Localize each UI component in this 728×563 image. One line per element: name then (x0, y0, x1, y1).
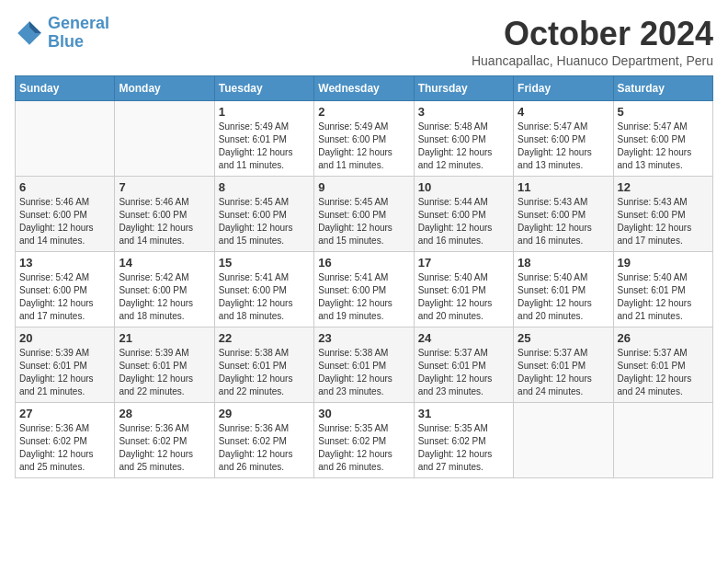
day-cell: 31Sunrise: 5:35 AM Sunset: 6:02 PM Dayli… (414, 403, 513, 478)
day-info: Sunrise: 5:39 AM Sunset: 6:01 PM Dayligh… (19, 347, 110, 398)
week-row-5: 27Sunrise: 5:36 AM Sunset: 6:02 PM Dayli… (16, 403, 713, 478)
weekday-header-wednesday: Wednesday (314, 76, 414, 101)
day-info: Sunrise: 5:47 AM Sunset: 6:00 PM Dayligh… (618, 121, 709, 172)
day-cell: 27Sunrise: 5:36 AM Sunset: 6:02 PM Dayli… (16, 403, 115, 478)
day-info: Sunrise: 5:36 AM Sunset: 6:02 PM Dayligh… (219, 422, 310, 474)
day-number: 23 (318, 331, 409, 345)
day-number: 17 (418, 256, 509, 270)
day-cell (613, 403, 712, 478)
day-cell: 28Sunrise: 5:36 AM Sunset: 6:02 PM Dayli… (115, 403, 214, 478)
week-row-3: 13Sunrise: 5:42 AM Sunset: 6:00 PM Dayli… (16, 252, 713, 327)
day-cell: 2Sunrise: 5:49 AM Sunset: 6:00 PM Daylig… (314, 101, 414, 177)
day-number: 12 (618, 180, 709, 194)
day-number: 21 (119, 331, 210, 345)
day-cell (514, 403, 613, 478)
day-cell: 11Sunrise: 5:43 AM Sunset: 6:00 PM Dayli… (514, 177, 613, 252)
title-block: October 2024 Huancapallac, Huanuco Depar… (472, 15, 713, 68)
day-info: Sunrise: 5:43 AM Sunset: 6:00 PM Dayligh… (518, 196, 609, 247)
day-cell: 23Sunrise: 5:38 AM Sunset: 6:01 PM Dayli… (314, 327, 414, 403)
day-cell: 19Sunrise: 5:40 AM Sunset: 6:01 PM Dayli… (613, 252, 712, 327)
day-info: Sunrise: 5:38 AM Sunset: 6:01 PM Dayligh… (219, 347, 310, 398)
day-info: Sunrise: 5:35 AM Sunset: 6:02 PM Dayligh… (318, 422, 409, 474)
day-number: 29 (219, 407, 310, 420)
day-info: Sunrise: 5:39 AM Sunset: 6:01 PM Dayligh… (119, 347, 210, 398)
day-number: 3 (418, 105, 509, 119)
day-cell: 13Sunrise: 5:42 AM Sunset: 6:00 PM Dayli… (16, 252, 115, 327)
day-cell: 12Sunrise: 5:43 AM Sunset: 6:00 PM Dayli… (613, 177, 712, 252)
day-number: 1 (219, 105, 310, 119)
weekday-header-friday: Friday (514, 76, 613, 101)
day-cell: 20Sunrise: 5:39 AM Sunset: 6:01 PM Dayli… (16, 327, 115, 403)
day-number: 16 (318, 256, 409, 270)
day-info: Sunrise: 5:43 AM Sunset: 6:00 PM Dayligh… (618, 196, 709, 247)
day-cell: 29Sunrise: 5:36 AM Sunset: 6:02 PM Dayli… (214, 403, 313, 478)
day-number: 20 (19, 331, 110, 345)
day-cell (115, 101, 214, 177)
day-cell: 4Sunrise: 5:47 AM Sunset: 6:00 PM Daylig… (514, 101, 613, 177)
day-number: 30 (318, 407, 409, 420)
day-info: Sunrise: 5:40 AM Sunset: 6:01 PM Dayligh… (418, 271, 509, 323)
day-number: 25 (518, 331, 609, 345)
day-info: Sunrise: 5:40 AM Sunset: 6:01 PM Dayligh… (518, 271, 609, 323)
day-cell: 17Sunrise: 5:40 AM Sunset: 6:01 PM Dayli… (414, 252, 513, 327)
day-info: Sunrise: 5:46 AM Sunset: 6:00 PM Dayligh… (119, 196, 210, 247)
day-info: Sunrise: 5:48 AM Sunset: 6:00 PM Dayligh… (418, 121, 509, 172)
day-info: Sunrise: 5:45 AM Sunset: 6:00 PM Dayligh… (219, 196, 310, 247)
calendar-table: SundayMondayTuesdayWednesdayThursdayFrid… (15, 75, 713, 478)
day-info: Sunrise: 5:42 AM Sunset: 6:00 PM Dayligh… (119, 271, 210, 323)
day-info: Sunrise: 5:35 AM Sunset: 6:02 PM Dayligh… (418, 422, 509, 474)
day-cell: 26Sunrise: 5:37 AM Sunset: 6:01 PM Dayli… (613, 327, 712, 403)
day-cell: 21Sunrise: 5:39 AM Sunset: 6:01 PM Dayli… (115, 327, 214, 403)
day-number: 2 (318, 105, 409, 119)
day-cell: 7Sunrise: 5:46 AM Sunset: 6:00 PM Daylig… (115, 177, 214, 252)
day-info: Sunrise: 5:41 AM Sunset: 6:00 PM Dayligh… (219, 271, 310, 323)
day-cell: 1Sunrise: 5:49 AM Sunset: 6:01 PM Daylig… (214, 101, 313, 177)
day-number: 10 (418, 180, 509, 194)
weekday-header-thursday: Thursday (414, 76, 513, 101)
week-row-2: 6Sunrise: 5:46 AM Sunset: 6:00 PM Daylig… (16, 177, 713, 252)
day-info: Sunrise: 5:38 AM Sunset: 6:01 PM Dayligh… (318, 347, 409, 398)
day-info: Sunrise: 5:45 AM Sunset: 6:00 PM Dayligh… (318, 196, 409, 247)
day-info: Sunrise: 5:36 AM Sunset: 6:02 PM Dayligh… (19, 422, 110, 474)
day-cell: 15Sunrise: 5:41 AM Sunset: 6:00 PM Dayli… (214, 252, 313, 327)
day-cell: 14Sunrise: 5:42 AM Sunset: 6:00 PM Dayli… (115, 252, 214, 327)
day-cell: 30Sunrise: 5:35 AM Sunset: 6:02 PM Dayli… (314, 403, 414, 478)
day-number: 14 (119, 256, 210, 270)
day-number: 27 (19, 407, 110, 420)
logo-icon (15, 18, 44, 48)
logo-line1: General (48, 14, 109, 32)
day-number: 11 (518, 180, 609, 194)
day-info: Sunrise: 5:47 AM Sunset: 6:00 PM Dayligh… (518, 121, 609, 172)
day-info: Sunrise: 5:46 AM Sunset: 6:00 PM Dayligh… (19, 196, 110, 247)
day-cell: 9Sunrise: 5:45 AM Sunset: 6:00 PM Daylig… (314, 177, 414, 252)
day-info: Sunrise: 5:49 AM Sunset: 6:00 PM Dayligh… (318, 121, 409, 172)
day-cell: 10Sunrise: 5:44 AM Sunset: 6:00 PM Dayli… (414, 177, 513, 252)
day-info: Sunrise: 5:36 AM Sunset: 6:02 PM Dayligh… (119, 422, 210, 474)
day-number: 24 (418, 331, 509, 345)
day-cell: 24Sunrise: 5:37 AM Sunset: 6:01 PM Dayli… (414, 327, 513, 403)
day-cell: 6Sunrise: 5:46 AM Sunset: 6:00 PM Daylig… (16, 177, 115, 252)
logo-text: General Blue (48, 15, 109, 52)
day-info: Sunrise: 5:37 AM Sunset: 6:01 PM Dayligh… (518, 347, 609, 398)
week-row-4: 20Sunrise: 5:39 AM Sunset: 6:01 PM Dayli… (16, 327, 713, 403)
day-info: Sunrise: 5:40 AM Sunset: 6:01 PM Dayligh… (618, 271, 709, 323)
day-number: 13 (19, 256, 110, 270)
weekday-header-sunday: Sunday (16, 76, 115, 101)
day-number: 7 (119, 180, 210, 194)
day-cell: 5Sunrise: 5:47 AM Sunset: 6:00 PM Daylig… (613, 101, 712, 177)
day-cell: 3Sunrise: 5:48 AM Sunset: 6:00 PM Daylig… (414, 101, 513, 177)
day-number: 15 (219, 256, 310, 270)
day-info: Sunrise: 5:41 AM Sunset: 6:00 PM Dayligh… (318, 271, 409, 323)
day-number: 22 (219, 331, 310, 345)
day-cell: 25Sunrise: 5:37 AM Sunset: 6:01 PM Dayli… (514, 327, 613, 403)
day-number: 5 (618, 105, 709, 119)
location-subtitle: Huancapallac, Huanuco Department, Peru (472, 53, 713, 68)
day-number: 28 (119, 407, 210, 420)
day-cell: 18Sunrise: 5:40 AM Sunset: 6:01 PM Dayli… (514, 252, 613, 327)
week-row-1: 1Sunrise: 5:49 AM Sunset: 6:01 PM Daylig… (16, 101, 713, 177)
day-number: 8 (219, 180, 310, 194)
day-cell (16, 101, 115, 177)
logo-line2: Blue (48, 32, 84, 51)
weekday-header-tuesday: Tuesday (214, 76, 313, 101)
day-cell: 8Sunrise: 5:45 AM Sunset: 6:00 PM Daylig… (214, 177, 313, 252)
